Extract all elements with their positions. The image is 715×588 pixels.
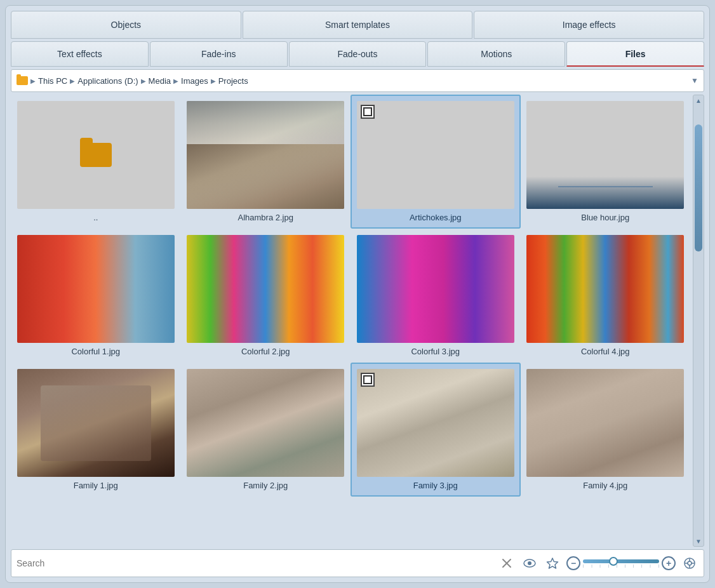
file-name: Colorful 4.jpg [581,347,630,356]
main-panel: Objects Smart templates Image effects Te… [5,5,710,583]
file-name: Family 3.jpg [413,481,458,490]
thumbnail-alhambra2 [187,101,344,209]
list-item[interactable]: Colorful 3.jpg [351,229,521,363]
list-item[interactable]: Blue hour.jpg [521,95,691,229]
file-name: Alhambra 2.jpg [238,213,293,222]
svg-point-5 [528,561,531,565]
file-name: Colorful 3.jpg [411,347,460,356]
tab-files[interactable]: Files [566,41,704,67]
list-item[interactable]: Artichokes.jpg [351,95,521,229]
breadcrumb-images[interactable]: Images [181,76,208,86]
breadcrumb-applications[interactable]: Applications (D:) [77,76,138,86]
list-item[interactable]: Family 1.jpg [11,363,181,497]
tab-fade-ins[interactable]: Fade-ins [150,41,288,67]
folder-icon [80,143,112,167]
svg-point-8 [688,561,692,565]
list-item[interactable]: Colorful 1.jpg [11,229,181,363]
star-icon[interactable] [544,554,561,572]
svg-rect-1 [364,376,371,384]
tab-objects[interactable]: Objects [11,11,241,39]
list-item[interactable]: Colorful 4.jpg [521,229,691,363]
file-name: Blue hour.jpg [581,213,629,222]
breadcrumb-this-pc[interactable]: This PC [38,76,67,86]
tab-motions[interactable]: Motions [427,41,565,67]
tab-text-effects[interactable]: Text effects [11,41,149,67]
list-item[interactable]: Family 4.jpg [521,363,691,497]
thumbnail-family4 [526,369,684,477]
thumbnail-colorful2 [187,235,344,343]
breadcrumb-arrow-2: ▶ [141,77,146,84]
thumbnail-colorful1 [17,235,175,343]
list-item[interactable]: Family 2.jpg [181,363,351,497]
breadcrumb-media[interactable]: Media [149,76,171,86]
eye-icon[interactable] [521,554,538,572]
breadcrumb-dropdown-icon[interactable]: ▼ [691,76,698,85]
thumbnail-colorful4 [526,235,684,343]
tab-smart-templates[interactable]: Smart templates [243,11,473,39]
zoom-in-button[interactable]: + [662,556,676,570]
tab-fade-outs[interactable]: Fade-outs [289,41,427,67]
folder-icon [17,76,28,85]
thumbnail-blue-hour [526,101,684,209]
zoom-thumb[interactable] [609,557,618,566]
thumbnail-parent [17,101,175,209]
file-name: .. [93,213,98,222]
thumbnail-artichokes [357,101,514,209]
settings-icon[interactable] [681,554,698,572]
breadcrumb: ▶ This PC ▶ Applications (D:) ▶ Media ▶ … [11,69,704,92]
bottom-toolbar: − | | | | | | | | | | + [11,549,704,577]
breadcrumb-arrow-1: ▶ [70,77,75,84]
svg-marker-6 [547,558,558,568]
check-icon [361,373,375,387]
breadcrumb-arrow-4: ▶ [211,77,216,84]
file-name: Colorful 2.jpg [241,347,290,356]
file-name: Family 2.jpg [243,481,288,490]
breadcrumb-projects[interactable]: Projects [218,76,248,86]
clear-search-button[interactable] [498,554,516,572]
zoom-controls: − | | | | | | | | | | + [566,556,676,570]
check-icon [361,105,375,119]
file-name: Artichokes.jpg [410,213,462,222]
breadcrumb-arrow-3: ▶ [173,77,178,84]
file-grid: .. Alhambra 2.jpg Artichokes.jpg [11,95,693,547]
list-item[interactable]: Family 3.jpg [351,363,521,497]
scrollbar-down-button[interactable]: ▼ [693,536,704,546]
scrollbar-up-button[interactable]: ▲ [693,95,704,105]
list-item[interactable]: .. [11,95,181,229]
thumbnail-family1 [17,369,175,477]
search-input[interactable] [17,558,493,568]
file-name: Family 1.jpg [74,481,118,490]
svg-rect-0 [364,108,371,116]
file-name: Family 4.jpg [583,481,627,490]
scrollbar[interactable]: ▲ ▼ [693,95,704,547]
file-name: Colorful 1.jpg [71,347,120,356]
thumbnail-family3 [357,369,514,477]
zoom-track[interactable] [583,559,659,563]
thumbnail-colorful3 [357,235,514,343]
breadcrumb-arrow-0: ▶ [30,77,36,84]
thumbnail-family2 [187,369,344,477]
content-area: .. Alhambra 2.jpg Artichokes.jpg [11,95,704,547]
zoom-out-button[interactable]: − [566,556,580,570]
bottom-tab-row: Text effects Fade-ins Fade-outs Motions … [11,41,704,67]
list-item[interactable]: Colorful 2.jpg [181,229,351,363]
list-item[interactable]: Alhambra 2.jpg [181,95,351,229]
tab-image-effects[interactable]: Image effects [474,11,704,39]
top-tab-row: Objects Smart templates Image effects [11,11,704,39]
scrollbar-thumb[interactable] [695,124,702,251]
